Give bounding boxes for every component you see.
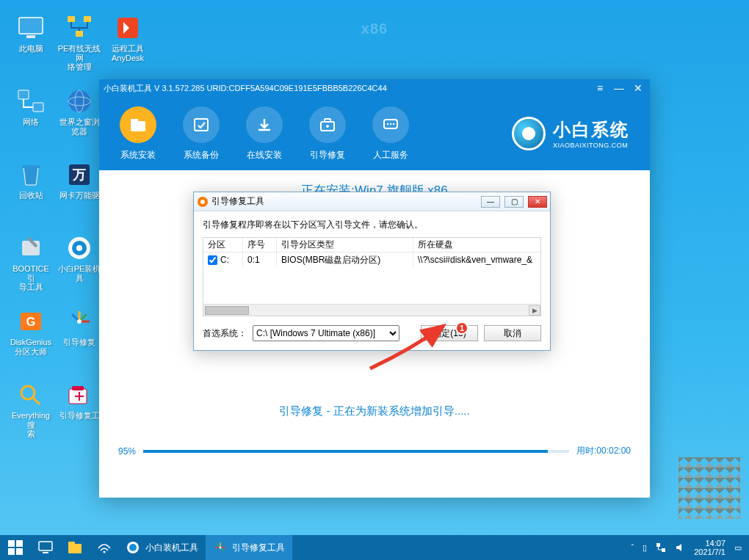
trash-icon [15,160,47,189]
cell-type: BIOS(MBR磁盘启动分区) [277,252,413,267]
toolbar-tab-label: 系统备份 [184,149,219,161]
desktop-icon-label: 引导修复工 [59,411,100,421]
tray-volume-icon[interactable] [675,542,685,553]
preferred-system-label: 首选系统： [203,327,247,340]
toolbar-tab-folder[interactable]: 系统安装 [120,106,156,161]
dialog-minimize-button[interactable]: — [481,196,500,208]
tray-book-icon[interactable]: ▯ [643,543,647,553]
svg-rect-10 [84,16,91,22]
desktop-watermark: x86 [361,21,388,37]
svg-rect-42 [68,542,75,545]
desktop-icon-label: 此电脑 [19,44,43,54]
desktop-icon-globe[interactable]: 世界之窗浏 览器 [57,87,101,136]
xiaobai-icon [63,233,95,263]
xiaobai-icon [126,541,140,554]
system-tray: ˆ ▯ 14:07 2021/7/1 ▭ [624,535,750,560]
preferred-system-select[interactable]: C:\ [Windows 7 Ultimate (x86)] [253,325,399,341]
diskgenius-icon: G [15,307,47,336]
svg-text:万: 万 [72,167,86,182]
toolbar-tab-label: 在线安装 [247,149,282,161]
dialog-title: 引导修复工具 [211,195,477,208]
everything-icon [15,380,47,410]
start-button[interactable] [0,535,31,560]
desktop-icon-everything[interactable]: Everything搜 索 [9,380,53,439]
svg-point-12 [68,90,90,112]
boot-status: 引导修复 - 正在为新装系统增加引导..... [118,404,631,418]
taskbar-wifi-icon[interactable] [90,535,119,560]
desktop-icon-label: 世界之窗浏 览器 [59,117,100,136]
svg-point-8 [21,386,35,399]
toolbar-tab-download[interactable]: 在线安装 [246,106,283,161]
col-type[interactable]: 引导分区类型 [277,238,413,252]
desktop-icon-bootfix[interactable]: 引导修复 [57,307,101,347]
desktop-icon-bootice[interactable]: BOOTICE引 导工具 [9,233,53,292]
desktop-icon-driver[interactable]: 万网卡万能驱 [57,160,101,200]
svg-rect-26 [195,119,208,131]
taskbar-clock[interactable]: 14:07 2021/7/1 [694,539,726,556]
desktop-icon-label: 网络 [23,117,39,127]
cell-index: 0:1 [243,252,277,267]
desktop-icon-bootfix2[interactable]: 引导修复工 [57,380,101,421]
clock-date: 2021/7/1 [694,548,726,556]
col-index[interactable]: 序号 [243,238,277,252]
desktop-icon-trash[interactable]: 回收站 [9,160,53,200]
dialog-maximize-button[interactable]: ▢ [504,196,524,208]
scrollbar-thumb[interactable] [205,306,249,315]
taskbar-item-label: 引导修复工具 [232,542,285,554]
desktop-icon-net[interactable]: PE有线无线网 络管理 [57,13,101,72]
desktop-icon-diskgenius[interactable]: GDiskGenius 分区大师 [9,307,53,356]
table-row[interactable]: C:0:1BIOS(MBR磁盘启动分区)\\?\scsi#disk&ven_vm… [203,252,540,267]
bootfix2-icon [63,380,95,410]
net-icon [63,13,95,43]
svg-rect-5 [22,241,40,255]
network-icon [15,87,47,116]
tray-up-icon[interactable]: ˆ [632,543,634,552]
horizontal-scrollbar[interactable]: ▶ [203,304,540,316]
taskbar-item-xiaobai[interactable]: 小白装机工具 [119,535,206,560]
svg-rect-39 [39,542,52,550]
cancel-button[interactable]: 取消 [484,325,541,341]
progress-row: 95% 用时:00:02:00 [118,445,631,457]
brand-url: XIAOBAIXITONG.COM [553,142,629,149]
toolbar-tab-backup[interactable]: 系统备份 [183,106,220,161]
taskbar-item-bootfix[interactable]: 引导修复工具 [206,535,292,560]
scroll-right-icon[interactable]: ▶ [529,305,540,316]
col-disk[interactable]: 所在硬盘 [413,238,540,252]
pc-icon [15,13,47,43]
cell-disk: \\?\scsi#disk&ven_vmware_& [413,252,540,267]
tray-network-icon[interactable] [656,542,666,553]
taskbar-explorer-icon[interactable] [60,535,90,560]
svg-point-31 [390,123,391,124]
progress-time: 用时:00:02:00 [576,445,631,457]
close-button[interactable]: ✕ [631,82,645,94]
svg-point-19 [76,245,82,251]
minimize-button[interactable]: — [612,82,626,94]
ok-button[interactable]: 确定(15) [421,325,478,341]
svg-rect-11 [76,31,83,37]
desktop-icon-anydesk[interactable]: 远程工具 AnyDesk [106,13,150,62]
svg-rect-25 [131,119,138,123]
desktop-icon-label: 小白PE装机 具 [58,264,101,283]
desktop-icon-pc[interactable]: 此电脑 [9,13,53,54]
svg-point-45 [129,544,137,551]
desktop-icon-label: PE有线无线网 络管理 [57,44,101,72]
driver-icon: 万 [63,160,95,189]
col-partition[interactable]: 分区 [203,238,243,252]
taskbar-pc-icon[interactable] [31,535,60,560]
svg-rect-40 [43,552,48,553]
desktop-icon-label: 回收站 [19,191,43,200]
dialog-close-button[interactable]: ✕ [528,196,547,208]
desktop-icon-network[interactable]: 网络 [9,87,53,127]
dialog-titlebar[interactable]: 引导修复工具 — ▢ ✕ [194,192,550,211]
toolbar-tab-case[interactable]: 引导修复 [309,106,346,161]
desktop-icon-xiaobai[interactable]: 小白PE装机 具 [57,233,101,283]
row-checkbox[interactable] [208,255,217,265]
tray-notification-icon[interactable]: ▭ [734,543,742,553]
toolbar-tab-chat[interactable]: 人工服务 [372,106,409,161]
bootfix-icon [213,541,226,554]
desktop-icon-label: 远程工具 AnyDesk [112,44,144,62]
brand: 小白系统XIAOBAIXITONG.COM [512,117,629,150]
svg-rect-35 [8,540,15,547]
hamburger-icon[interactable]: ≡ [593,82,607,94]
svg-rect-9 [68,16,75,22]
